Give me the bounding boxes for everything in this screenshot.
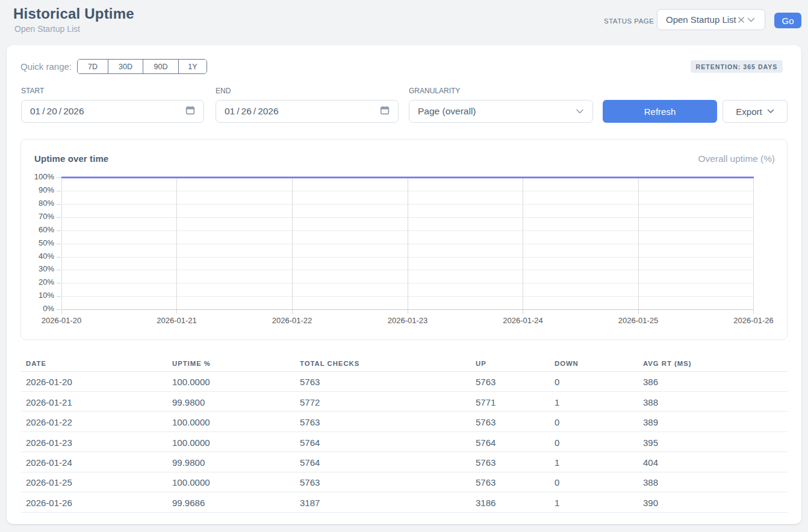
svg-text:20%: 20% (39, 277, 54, 286)
svg-text:40%: 40% (39, 252, 54, 261)
svg-text:2026-01-23: 2026-01-23 (388, 316, 428, 325)
svg-text:2026-01-21: 2026-01-21 (157, 316, 197, 325)
svg-text:2026-01-22: 2026-01-22 (272, 316, 312, 325)
svg-text:80%: 80% (39, 199, 54, 208)
svg-text:30%: 30% (39, 264, 54, 273)
svg-text:100%: 100% (34, 172, 55, 181)
svg-text:70%: 70% (39, 212, 54, 221)
svg-text:2026-01-24: 2026-01-24 (503, 316, 543, 325)
svg-text:0%: 0% (43, 304, 54, 313)
svg-text:90%: 90% (39, 185, 54, 194)
svg-text:10%: 10% (39, 291, 54, 300)
svg-text:2026-01-26: 2026-01-26 (733, 316, 774, 325)
svg-text:60%: 60% (39, 225, 54, 234)
svg-text:50%: 50% (39, 238, 54, 247)
svg-text:2026-01-25: 2026-01-25 (618, 316, 659, 325)
svg-text:2026-01-20: 2026-01-20 (42, 316, 82, 325)
